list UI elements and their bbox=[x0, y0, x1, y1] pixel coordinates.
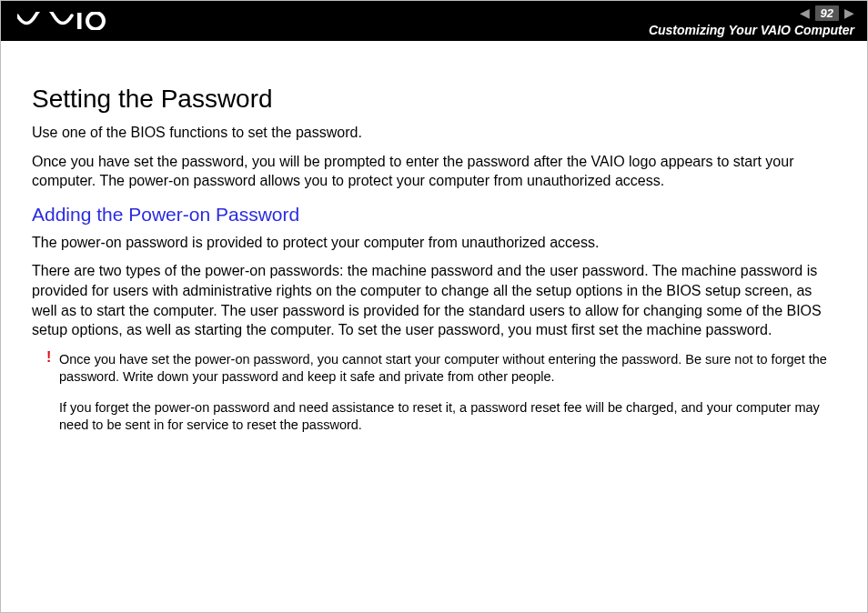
page-number: 92 bbox=[815, 5, 839, 21]
next-page-arrow-icon[interactable]: ▶ bbox=[844, 6, 854, 19]
svg-point-1 bbox=[87, 13, 104, 29]
note-paragraph-2: If you forget the power-on password and … bbox=[59, 399, 836, 435]
sub-paragraph-2: There are two types of the power-on pass… bbox=[32, 261, 836, 339]
page-title: Setting the Password bbox=[32, 85, 836, 114]
breadcrumb[interactable]: Customizing Your VAIO Computer bbox=[649, 23, 854, 37]
vaio-logo-icon bbox=[17, 12, 108, 30]
page-header: ◀ 92 ▶ Customizing Your VAIO Computer bbox=[1, 1, 867, 41]
pager: ◀ 92 ▶ bbox=[800, 5, 854, 21]
document-page: ◀ 92 ▶ Customizing Your VAIO Computer Se… bbox=[0, 0, 868, 613]
vaio-logo bbox=[17, 12, 108, 30]
intro-paragraph-2: Once you have set the password, you will… bbox=[32, 152, 836, 191]
header-right: ◀ 92 ▶ Customizing Your VAIO Computer bbox=[649, 5, 854, 37]
prev-page-arrow-icon[interactable]: ◀ bbox=[800, 6, 810, 19]
intro-paragraph-1: Use one of the BIOS functions to set the… bbox=[32, 123, 836, 143]
warning-icon: ! bbox=[46, 349, 51, 366]
note-paragraph-1: Once you have set the power-on password,… bbox=[59, 351, 836, 387]
section-subheading[interactable]: Adding the Power-on Password bbox=[32, 204, 836, 226]
sub-paragraph-1: The power-on password is provided to pro… bbox=[32, 233, 836, 253]
svg-rect-0 bbox=[77, 13, 82, 29]
page-content: Setting the Password Use one of the BIOS… bbox=[1, 41, 867, 435]
warning-note-block: ! Once you have set the power-on passwor… bbox=[59, 351, 836, 435]
